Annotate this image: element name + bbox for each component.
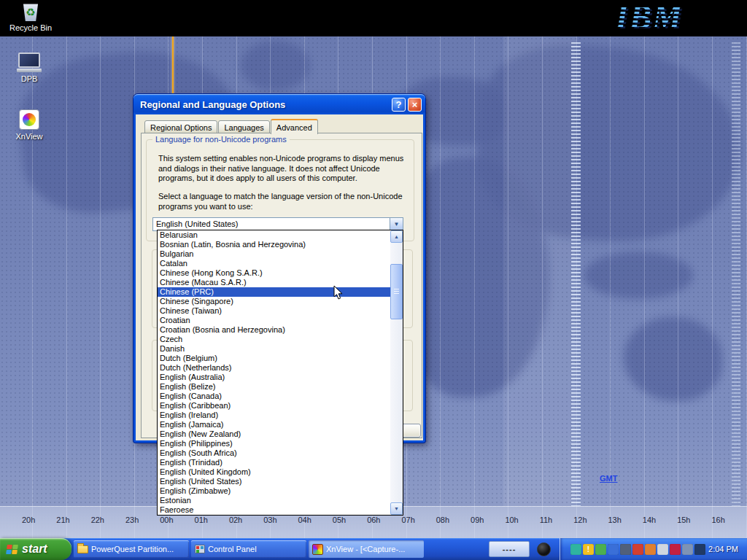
language-option[interactable]: English (United Kingdom)	[158, 467, 390, 477]
scrollbar[interactable]: ▲ ▼	[390, 230, 403, 515]
language-option[interactable]: English (Philippines)	[158, 439, 390, 448]
language-option[interactable]: Croatian (Bosnia and Herzegovina)	[158, 325, 390, 335]
language-option[interactable]: Danish	[158, 344, 390, 354]
scroll-down-icon: ▼	[394, 506, 399, 511]
hour-label: 01h	[195, 516, 208, 524]
hour-label: 15h	[677, 516, 690, 524]
close-button[interactable]: ×	[408, 98, 422, 112]
ibm-logo: IBM	[616, 0, 683, 36]
desktop-icon-label: XnView	[6, 132, 53, 141]
taskbar-clock[interactable]: 2:04 PM	[708, 545, 743, 553]
taskbar-button-label: Control Panel	[208, 545, 257, 553]
language-non-unicode-group: Language for non-Unicode programs This s…	[146, 139, 414, 241]
start-button-label: start	[22, 542, 47, 556]
language-options: BelarusianBosnian (Latin, Bosnia and Her…	[158, 230, 390, 515]
desktop-icon-dpb[interactable]: DPB	[6, 52, 53, 83]
language-option[interactable]: Chinese (Hong Kong S.A.R.)	[158, 268, 390, 278]
help-button[interactable]: ?	[392, 98, 406, 112]
language-option[interactable]: Faeroese	[158, 505, 390, 515]
taskbar-button-powerquest[interactable]: PowerQuest Partition...	[74, 540, 189, 558]
language-option[interactable]: Bosnian (Latin, Bosnia and Herzegovina)	[158, 240, 390, 249]
dialog-titlebar[interactable]: Regional and Language Options ? ×	[133, 94, 425, 114]
language-option[interactable]: Estonian	[158, 496, 390, 505]
tray-icon[interactable]	[682, 544, 693, 555]
map-light-column	[503, 36, 576, 507]
tray-icon[interactable]	[570, 544, 581, 555]
laptop-icon	[16, 52, 42, 72]
language-option[interactable]: Dutch (Belgium)	[158, 354, 390, 363]
hour-label: 03h	[263, 516, 276, 524]
language-option[interactable]: English (Zimbabwe)	[158, 486, 390, 496]
language-option[interactable]: English (Canada)	[158, 392, 390, 401]
description-text: This system setting enables non-Unicode …	[158, 154, 406, 184]
combobox-dropdown-button[interactable]: ▼	[390, 218, 403, 230]
language-option[interactable]: English (United States)	[158, 477, 390, 486]
tab-advanced[interactable]: Advanced	[271, 119, 318, 134]
desktop-icon-label: DPB	[6, 74, 53, 83]
map-hatch-band	[732, 42, 740, 506]
language-option[interactable]: Czech	[158, 335, 390, 344]
hour-label: 07h	[401, 516, 414, 524]
language-option[interactable]: English (Jamaica)	[158, 420, 390, 429]
hour-label: 23h	[125, 516, 139, 524]
hour-label: 21h	[56, 516, 69, 524]
hour-label: 00h	[160, 516, 173, 524]
desktop-top-band: ♻ Recycle Bin IBM	[0, 0, 747, 36]
tab-strip: Regional Options Languages Advanced	[144, 118, 319, 133]
hour-label: 22h	[91, 516, 104, 524]
language-option[interactable]: English (Ireland)	[158, 411, 390, 420]
tray-icon[interactable]: !	[583, 544, 594, 555]
scroll-up-button[interactable]: ▲	[390, 230, 403, 243]
gmt-label: GMT	[600, 474, 617, 483]
recycle-bin-icon[interactable]: ♻ Recycle Bin	[7, 2, 54, 32]
hour-label: 06h	[367, 516, 380, 524]
language-option[interactable]: English (Caribbean)	[158, 401, 390, 411]
group-title: Language for non-Unicode programs	[152, 135, 290, 144]
language-option[interactable]: English (Trinidad)	[158, 458, 390, 467]
taskbar-app-icon[interactable]	[537, 542, 551, 556]
language-option[interactable]: English (New Zealand)	[158, 429, 390, 439]
taskbar-button-control-panel[interactable]: Control Panel	[191, 540, 306, 558]
language-option[interactable]: Catalan	[158, 259, 390, 268]
folder-icon	[77, 545, 88, 553]
language-option[interactable]: English (South Africa)	[158, 448, 390, 458]
xnview-icon	[312, 544, 323, 555]
language-option[interactable]: English (Belize)	[158, 382, 390, 392]
windows-flag-icon	[6, 545, 18, 554]
desktop: GMT 20h21h22h23h00h01h02h03h04h05h06h07h…	[0, 0, 747, 560]
tray-icon[interactable]	[645, 544, 656, 555]
scrollbar-track[interactable]	[390, 243, 403, 502]
language-option[interactable]: Croatian	[158, 316, 390, 325]
language-option[interactable]: Chinese (Singapore)	[158, 297, 390, 306]
hour-label: 12h	[573, 516, 587, 524]
taskbar: start PowerQuest Partition... Control Pa…	[0, 538, 747, 560]
hour-label: 14h	[643, 516, 656, 524]
language-option[interactable]: Chinese (PRC)	[158, 287, 390, 297]
language-option[interactable]: Chinese (Taiwan)	[158, 306, 390, 316]
tray-icon[interactable]	[657, 544, 668, 555]
hour-label: 04h	[298, 516, 311, 524]
language-option[interactable]: Bulgarian	[158, 249, 390, 259]
scroll-down-button[interactable]: ▼	[390, 502, 403, 515]
tab-regional-options[interactable]: Regional Options	[144, 120, 217, 133]
tray-icon[interactable]	[620, 544, 631, 555]
combobox-value: English (United States)	[156, 219, 239, 228]
tray-icon[interactable]	[670, 544, 681, 555]
tab-languages[interactable]: Languages	[218, 120, 269, 133]
control-panel-icon	[195, 545, 205, 553]
taskbar-mini-button[interactable]: ----	[489, 541, 530, 557]
language-option[interactable]: English (Australia)	[158, 373, 390, 382]
tray-icon[interactable]	[632, 544, 643, 555]
tray-icon[interactable]	[608, 544, 619, 555]
tray-icon[interactable]	[694, 544, 705, 555]
scrollbar-thumb[interactable]	[390, 264, 403, 319]
instruction-text: Select a language to match the language …	[158, 192, 406, 211]
desktop-icon-xnview[interactable]: XnView	[6, 109, 53, 141]
language-option[interactable]: Dutch (Netherlands)	[158, 363, 390, 373]
taskbar-button-xnview[interactable]: XnView - [<Capture-...	[309, 540, 424, 558]
language-option[interactable]: Belarusian	[158, 230, 390, 240]
hour-label: 13h	[608, 516, 622, 524]
start-button[interactable]: start	[0, 538, 71, 560]
tray-icon[interactable]	[595, 544, 606, 555]
language-option[interactable]: Chinese (Macau S.A.R.)	[158, 278, 390, 287]
